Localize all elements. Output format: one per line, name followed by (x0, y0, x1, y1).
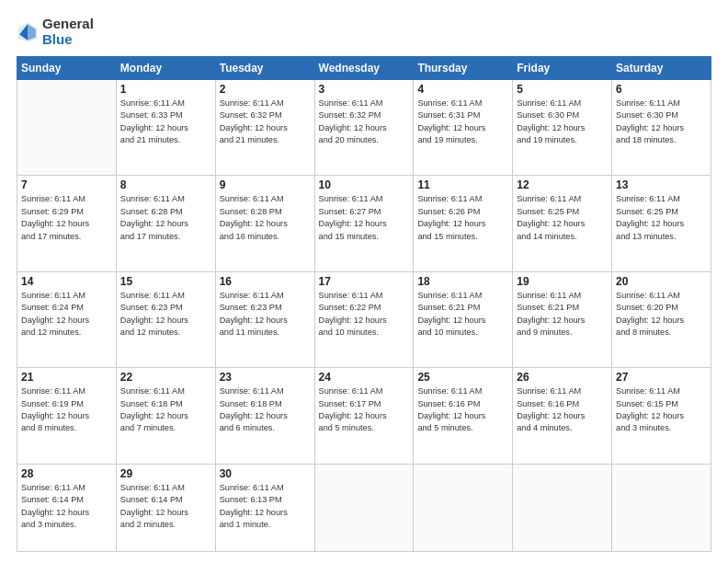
calendar-cell: 26Sunrise: 6:11 AMSunset: 6:16 PMDayligh… (513, 368, 612, 464)
day-number: 2 (220, 83, 311, 96)
calendar-cell: 21Sunrise: 6:11 AMSunset: 6:19 PMDayligh… (17, 368, 117, 464)
day-info: Sunrise: 6:11 AMSunset: 6:27 PMDaylight:… (319, 193, 410, 242)
day-number: 22 (120, 371, 211, 384)
logo-blue-text: Blue (42, 32, 94, 48)
day-info: Sunrise: 6:11 AMSunset: 6:32 PMDaylight:… (220, 98, 311, 146)
day-info: Sunrise: 6:11 AMSunset: 6:25 PMDaylight:… (517, 193, 608, 242)
calendar-cell: 23Sunrise: 6:11 AMSunset: 6:18 PMDayligh… (215, 368, 314, 464)
calendar-cell: 25Sunrise: 6:11 AMSunset: 6:16 PMDayligh… (414, 368, 513, 464)
calendar-cell: 15Sunrise: 6:11 AMSunset: 6:23 PMDayligh… (116, 271, 215, 367)
calendar-cell: 7Sunrise: 6:11 AMSunset: 6:29 PMDaylight… (17, 176, 117, 271)
calendar-cell (513, 464, 612, 551)
logo-icon (17, 21, 39, 43)
day-number: 8 (120, 178, 211, 191)
day-info: Sunrise: 6:11 AMSunset: 6:28 PMDaylight:… (220, 193, 311, 242)
day-info: Sunrise: 6:11 AMSunset: 6:15 PMDaylight:… (616, 385, 707, 434)
day-number: 3 (319, 83, 410, 96)
calendar-cell: 17Sunrise: 6:11 AMSunset: 6:22 PMDayligh… (314, 271, 414, 367)
weekday-header-tuesday: Tuesday (215, 57, 314, 80)
calendar-table: SundayMondayTuesdayWednesdayThursdayFrid… (17, 56, 711, 552)
weekday-header-monday: Monday (116, 57, 215, 80)
calendar-cell: 3Sunrise: 6:11 AMSunset: 6:32 PMDaylight… (314, 80, 414, 176)
calendar-cell: 5Sunrise: 6:11 AMSunset: 6:30 PMDaylight… (513, 80, 612, 176)
day-info: Sunrise: 6:11 AMSunset: 6:24 PMDaylight:… (21, 290, 112, 339)
weekday-header-saturday: Saturday (612, 57, 711, 80)
day-info: Sunrise: 6:11 AMSunset: 6:31 PMDaylight:… (417, 98, 508, 146)
calendar-cell: 27Sunrise: 6:11 AMSunset: 6:15 PMDayligh… (612, 368, 711, 464)
calendar-cell: 20Sunrise: 6:11 AMSunset: 6:20 PMDayligh… (612, 271, 711, 367)
day-number: 12 (517, 178, 608, 191)
logo: General Blue (17, 17, 94, 47)
calendar-cell (612, 464, 711, 551)
day-info: Sunrise: 6:11 AMSunset: 6:29 PMDaylight:… (21, 193, 112, 242)
day-number: 15 (120, 275, 211, 288)
calendar-cell: 22Sunrise: 6:11 AMSunset: 6:18 PMDayligh… (116, 368, 215, 464)
calendar-week-row: 7Sunrise: 6:11 AMSunset: 6:29 PMDaylight… (17, 176, 711, 271)
calendar-cell: 12Sunrise: 6:11 AMSunset: 6:25 PMDayligh… (513, 176, 612, 271)
day-number: 13 (616, 178, 707, 191)
day-number: 21 (21, 371, 112, 384)
calendar-cell (17, 80, 117, 176)
day-number: 14 (21, 275, 112, 288)
day-number: 30 (220, 467, 311, 480)
day-number: 1 (120, 83, 211, 96)
calendar-week-row: 14Sunrise: 6:11 AMSunset: 6:24 PMDayligh… (17, 271, 711, 367)
day-number: 16 (220, 275, 311, 288)
day-info: Sunrise: 6:11 AMSunset: 6:18 PMDaylight:… (120, 385, 211, 434)
day-number: 17 (319, 275, 410, 288)
day-number: 7 (21, 178, 112, 191)
day-info: Sunrise: 6:11 AMSunset: 6:20 PMDaylight:… (616, 290, 707, 339)
weekday-header-thursday: Thursday (414, 57, 513, 80)
calendar-week-row: 1Sunrise: 6:11 AMSunset: 6:33 PMDaylight… (17, 80, 711, 176)
day-number: 18 (417, 275, 508, 288)
calendar-cell: 10Sunrise: 6:11 AMSunset: 6:27 PMDayligh… (314, 176, 414, 271)
calendar-cell (414, 464, 513, 551)
day-number: 20 (616, 275, 707, 288)
day-number: 10 (319, 178, 410, 191)
calendar-cell: 1Sunrise: 6:11 AMSunset: 6:33 PMDaylight… (116, 80, 215, 176)
day-number: 6 (616, 83, 707, 96)
calendar-cell: 8Sunrise: 6:11 AMSunset: 6:28 PMDaylight… (116, 176, 215, 271)
calendar-cell: 19Sunrise: 6:11 AMSunset: 6:21 PMDayligh… (513, 271, 612, 367)
day-info: Sunrise: 6:11 AMSunset: 6:33 PMDaylight:… (120, 98, 211, 146)
weekday-header-wednesday: Wednesday (314, 57, 414, 80)
day-info: Sunrise: 6:11 AMSunset: 6:18 PMDaylight:… (220, 385, 311, 434)
calendar-week-row: 21Sunrise: 6:11 AMSunset: 6:19 PMDayligh… (17, 368, 711, 464)
day-info: Sunrise: 6:11 AMSunset: 6:32 PMDaylight:… (319, 98, 410, 146)
calendar-cell: 4Sunrise: 6:11 AMSunset: 6:31 PMDaylight… (414, 80, 513, 176)
day-info: Sunrise: 6:11 AMSunset: 6:14 PMDaylight:… (21, 482, 112, 531)
day-number: 28 (21, 467, 112, 480)
calendar-cell: 30Sunrise: 6:11 AMSunset: 6:13 PMDayligh… (215, 464, 314, 551)
calendar-cell: 13Sunrise: 6:11 AMSunset: 6:25 PMDayligh… (612, 176, 711, 271)
day-number: 9 (220, 178, 311, 191)
calendar-cell (314, 464, 414, 551)
calendar-cell: 24Sunrise: 6:11 AMSunset: 6:17 PMDayligh… (314, 368, 414, 464)
page-header: General Blue (17, 17, 711, 47)
day-info: Sunrise: 6:11 AMSunset: 6:30 PMDaylight:… (616, 98, 707, 146)
weekday-header-row: SundayMondayTuesdayWednesdayThursdayFrid… (17, 57, 711, 80)
calendar-cell: 18Sunrise: 6:11 AMSunset: 6:21 PMDayligh… (414, 271, 513, 367)
calendar-cell: 16Sunrise: 6:11 AMSunset: 6:23 PMDayligh… (215, 271, 314, 367)
calendar-cell: 6Sunrise: 6:11 AMSunset: 6:30 PMDaylight… (612, 80, 711, 176)
weekday-header-friday: Friday (513, 57, 612, 80)
day-number: 23 (220, 371, 311, 384)
day-number: 29 (120, 467, 211, 480)
day-number: 19 (517, 275, 608, 288)
day-info: Sunrise: 6:11 AMSunset: 6:17 PMDaylight:… (319, 385, 410, 434)
calendar-cell: 11Sunrise: 6:11 AMSunset: 6:26 PMDayligh… (414, 176, 513, 271)
day-info: Sunrise: 6:11 AMSunset: 6:13 PMDaylight:… (220, 482, 311, 531)
day-info: Sunrise: 6:11 AMSunset: 6:26 PMDaylight:… (417, 193, 508, 242)
day-number: 27 (616, 371, 707, 384)
day-info: Sunrise: 6:11 AMSunset: 6:16 PMDaylight:… (517, 385, 608, 434)
day-info: Sunrise: 6:11 AMSunset: 6:14 PMDaylight:… (120, 482, 211, 531)
calendar-cell: 9Sunrise: 6:11 AMSunset: 6:28 PMDaylight… (215, 176, 314, 271)
day-info: Sunrise: 6:11 AMSunset: 6:28 PMDaylight:… (120, 193, 211, 242)
calendar-cell: 2Sunrise: 6:11 AMSunset: 6:32 PMDaylight… (215, 80, 314, 176)
day-number: 24 (319, 371, 410, 384)
calendar-week-row: 28Sunrise: 6:11 AMSunset: 6:14 PMDayligh… (17, 464, 711, 551)
day-info: Sunrise: 6:11 AMSunset: 6:21 PMDaylight:… (417, 290, 508, 339)
day-info: Sunrise: 6:11 AMSunset: 6:22 PMDaylight:… (319, 290, 410, 339)
logo-general-text: General (42, 17, 94, 32)
day-info: Sunrise: 6:11 AMSunset: 6:23 PMDaylight:… (120, 290, 211, 339)
day-number: 26 (517, 371, 608, 384)
